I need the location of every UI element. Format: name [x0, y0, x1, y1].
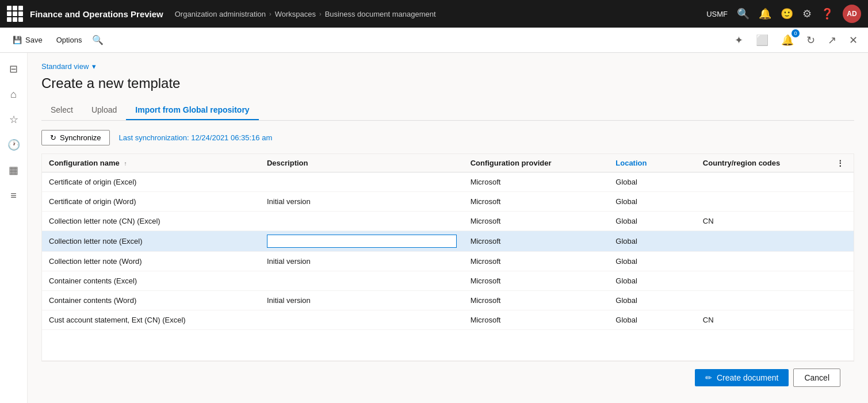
- create-document-button[interactable]: ✏ Create document: [695, 369, 789, 386]
- sidebar-favorites-icon[interactable]: ☆: [2, 108, 25, 131]
- table-row[interactable]: Collection letter note (Word)Initial ver…: [42, 252, 854, 271]
- cell-location: Global: [609, 252, 696, 271]
- row-menu-button[interactable]: [827, 172, 854, 192]
- sidebar-dashboard-icon[interactable]: ▦: [2, 159, 25, 182]
- open-new-icon[interactable]: ↗: [824, 32, 840, 49]
- col-header-location: Location: [609, 154, 696, 172]
- pencil-icon: ✏: [705, 373, 712, 382]
- options-label: Options: [56, 36, 82, 44]
- synchronize-button[interactable]: ↻ Synchronize: [41, 130, 110, 145]
- col-header-country: Country/region codes: [696, 154, 827, 172]
- table-row[interactable]: Certificate of origin (Word)Initial vers…: [42, 192, 854, 212]
- table-row[interactable]: Collection letter note (Excel)MicrosoftG…: [42, 231, 854, 252]
- cell-location: Global: [609, 172, 696, 192]
- nav-right: USMF 🔍 🔔 🙂 ⚙ ❓ AD: [706, 5, 861, 23]
- breadcrumb-workspaces[interactable]: Workspaces: [275, 10, 316, 18]
- cancel-button[interactable]: Cancel: [793, 369, 840, 387]
- row-menu-button[interactable]: [827, 291, 854, 310]
- sidebar-list-icon[interactable]: ≡: [2, 184, 25, 207]
- cell-location: Global: [609, 231, 696, 252]
- search-nav-icon[interactable]: 🔍: [737, 7, 750, 20]
- top-navigation: Finance and Operations Preview Organizat…: [0, 0, 868, 28]
- close-icon[interactable]: ✕: [846, 32, 861, 49]
- refresh-icon[interactable]: ↻: [803, 32, 819, 49]
- cell-config-name: Collection letter note (CN) (Excel): [42, 212, 260, 231]
- table-header-row: Configuration name ↑ Description Configu…: [42, 154, 854, 172]
- table-row[interactable]: Cust account statement, Ext (CN) (Excel)…: [42, 310, 854, 330]
- cell-description: [260, 271, 464, 291]
- region-label: USMF: [706, 10, 728, 18]
- sidebar-filter-icon[interactable]: ⊟: [2, 57, 25, 80]
- page-title: Create a new template: [41, 75, 854, 91]
- cell-config-name: Cust account statement, Ext (CN) (Excel): [42, 310, 260, 330]
- cell-provider: Microsoft: [464, 291, 609, 310]
- chevron-down-icon: ▾: [92, 62, 96, 71]
- breadcrumb: Organization administration › Workspaces…: [175, 10, 436, 18]
- cell-config-name: Certificate of origin (Word): [42, 192, 260, 212]
- table-row[interactable]: Container contents (Word)Initial version…: [42, 291, 854, 310]
- cell-description: Initial version: [260, 252, 464, 271]
- cell-country: [696, 231, 827, 252]
- cell-location: Global: [609, 310, 696, 330]
- cell-config-name: Container contents (Excel): [42, 271, 260, 291]
- create-doc-label: Create document: [717, 373, 778, 382]
- options-button[interactable]: Options: [51, 33, 88, 47]
- app-launcher-icon[interactable]: [7, 6, 23, 22]
- table-row[interactable]: Collection letter note (CN) (Excel)Micro…: [42, 212, 854, 231]
- cell-country: [696, 252, 827, 271]
- sync-icon: ↻: [50, 133, 56, 142]
- col-header-desc: Description: [260, 154, 464, 172]
- sync-row: ↻ Synchronize Last synchronization: 12/2…: [41, 130, 854, 145]
- bell-icon[interactable]: 🔔: [759, 7, 771, 20]
- cell-provider: Microsoft: [464, 172, 609, 192]
- sidebar-recent-icon[interactable]: 🕐: [2, 133, 25, 156]
- footer-actions: ✏ Create document Cancel: [41, 361, 854, 394]
- tab-bar: Select Upload Import from Global reposit…: [41, 101, 854, 121]
- cell-provider: Microsoft: [464, 231, 609, 252]
- save-button[interactable]: 💾 Save: [7, 33, 48, 47]
- grid-menu-button[interactable]: [7, 6, 23, 22]
- breadcrumb-org[interactable]: Organization administration: [175, 10, 266, 18]
- sidebar-home-icon[interactable]: ⌂: [2, 83, 25, 106]
- settings-icon[interactable]: ⚙: [802, 7, 812, 20]
- tab-select[interactable]: Select: [41, 101, 82, 120]
- col-header-provider: Configuration provider: [464, 154, 609, 172]
- table-row[interactable]: Certificate of origin (Excel)MicrosoftGl…: [42, 172, 854, 192]
- cell-config-name: Collection letter note (Excel): [42, 231, 260, 252]
- notif-badge: 0: [791, 29, 800, 37]
- table-row[interactable]: Container contents (Excel)MicrosoftGloba…: [42, 271, 854, 291]
- row-menu-button[interactable]: [827, 252, 854, 271]
- help-icon[interactable]: ❓: [821, 7, 833, 20]
- cell-country: CN: [696, 212, 827, 231]
- toolbar: 💾 Save Options 🔍 ✦ ⬜ 🔔 0 ↻ ↗ ✕: [0, 28, 868, 53]
- row-menu-button[interactable]: [827, 310, 854, 330]
- cell-description[interactable]: [260, 231, 464, 252]
- cell-provider: Microsoft: [464, 192, 609, 212]
- cell-country: [696, 271, 827, 291]
- cell-country: [696, 192, 827, 212]
- row-menu-button[interactable]: [827, 271, 854, 291]
- row-menu-button[interactable]: [827, 192, 854, 212]
- row-menu-button[interactable]: [827, 212, 854, 231]
- notification-button[interactable]: 🔔 0: [778, 32, 797, 49]
- col-header-menu[interactable]: ⋮: [827, 154, 854, 172]
- cell-config-name: Container contents (Word): [42, 291, 260, 310]
- view-selector[interactable]: Standard view ▾: [41, 62, 854, 71]
- tab-upload[interactable]: Upload: [82, 101, 126, 120]
- personalize-icon[interactable]: ✦: [731, 32, 747, 49]
- cell-config-name: Collection letter note (Word): [42, 252, 260, 271]
- avatar[interactable]: AD: [843, 5, 861, 23]
- main-layout: ⊟ ⌂ ☆ 🕐 ▦ ≡ Standard view ▾ Create a new…: [0, 53, 868, 403]
- col-header-config[interactable]: Configuration name ↑: [42, 154, 260, 172]
- smiley-icon[interactable]: 🙂: [781, 7, 793, 20]
- row-menu-button[interactable]: [827, 231, 854, 252]
- toolbar-search-icon[interactable]: 🔍: [92, 34, 104, 45]
- breadcrumb-bdm[interactable]: Business document management: [325, 10, 436, 18]
- col-config-label: Configuration name: [49, 159, 120, 167]
- description-input[interactable]: [267, 235, 457, 248]
- cell-location: Global: [609, 291, 696, 310]
- configuration-table: Configuration name ↑ Description Configu…: [41, 153, 854, 361]
- tab-import-global[interactable]: Import from Global repository: [126, 101, 258, 120]
- fullscreen-icon[interactable]: ⬜: [752, 32, 772, 49]
- toolbar-right-actions: ✦ ⬜ 🔔 0 ↻ ↗ ✕: [731, 32, 861, 49]
